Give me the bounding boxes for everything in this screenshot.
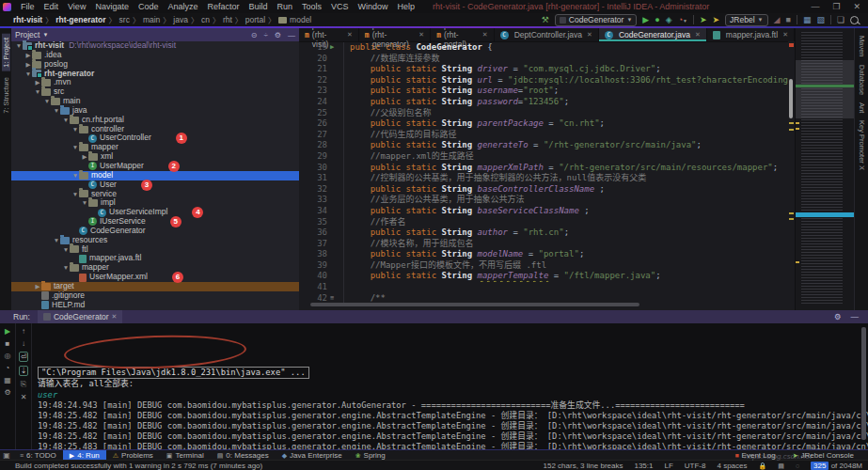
expanded-arrow-icon[interactable]: ▼ (62, 263, 70, 273)
screen-reader-icon[interactable]: ▤ (778, 462, 784, 470)
hide-panel-icon[interactable]: — (288, 31, 295, 39)
stop-button[interactable]: ■ (6, 339, 10, 348)
menu-navigate[interactable]: Navigate (90, 2, 134, 11)
tree-item-UserServiceImpl[interactable]: CUserServiceImpl4 (11, 208, 299, 217)
line-number[interactable]: 34 (299, 206, 330, 217)
line-number[interactable]: 30 (299, 163, 330, 174)
search-everywhere-icon[interactable] (850, 16, 859, 24)
line-number[interactable]: 29 (299, 151, 330, 163)
code-line-22[interactable]: 22 public static String url = "jdbc:mysq… (299, 75, 795, 86)
tree-item-mapper[interactable]: ▼mapper (11, 263, 299, 273)
close-icon[interactable]: ✕ (695, 31, 701, 39)
code-line-33[interactable]: 33 //业务层的公共基类，用于抽象公共方法 (299, 195, 795, 206)
code-line-32[interactable]: 32 public static String baseControllerCl… (299, 184, 795, 196)
tool-stripe-key-promoter[interactable]: Key Promoter X (858, 120, 866, 170)
tree-item-cn.rht.portal[interactable]: ▼cn.rht.portal (11, 116, 299, 125)
line-number[interactable]: 31 (299, 173, 330, 184)
expanded-arrow-icon[interactable]: ▼ (71, 171, 79, 180)
breadcrumb-item-java[interactable]: java (173, 15, 188, 24)
expanded-arrow-icon[interactable]: ▼ (81, 198, 88, 208)
line-number[interactable]: 36 (299, 227, 330, 239)
editor-tab-pom.xml (rht-portal)[interactable]: mpom.xml (rht-portal)✕ (431, 28, 495, 41)
code-line-24[interactable]: 24 public static String password="123456… (299, 97, 795, 108)
code-line-20[interactable]: 20 //数据库连接参数 (299, 54, 795, 65)
project-structure-icon[interactable]: ▦ (803, 14, 812, 25)
project-panel-header[interactable]: Project ▼ ⊝ ÷ ⚙ — (11, 28, 299, 41)
editor-vertical-scrollbar[interactable] (789, 79, 793, 118)
tool-window-quick-access-icon[interactable]: ▣ (0, 451, 13, 460)
expanded-arrow-icon[interactable]: ▼ (24, 70, 32, 79)
line-number[interactable]: 38 (299, 249, 330, 260)
code-line-37[interactable]: 37 //模块名称，用于组成包名 (299, 239, 795, 250)
collapse-all-icon[interactable]: ⊝ (251, 31, 258, 39)
run-config-select[interactable]: CodeGenerator ▼ (555, 14, 638, 26)
profiler-icon[interactable]: ◔ (6, 364, 10, 372)
line-number[interactable]: 41 (299, 282, 330, 293)
expanded-arrow-icon[interactable]: ▼ (71, 143, 79, 152)
code-line-27[interactable]: 27 //代码生成的目标路径 (299, 130, 795, 141)
menu-help[interactable]: Help (393, 2, 420, 11)
line-number[interactable]: 37 (299, 239, 330, 250)
menu-vcs[interactable]: VCS (326, 2, 354, 11)
menu-build[interactable]: Build (244, 2, 272, 11)
close-icon[interactable]: ✕ (587, 31, 592, 39)
tree-item-HELP.md[interactable]: HELP.md (11, 301, 299, 310)
run-button[interactable]: ▶ (642, 14, 649, 25)
tree-item-controller[interactable]: ▼controller (11, 125, 299, 134)
menu-view[interactable]: View (63, 2, 90, 11)
menu-run[interactable]: Run (273, 2, 298, 11)
tree-item-service[interactable]: ▼service (11, 190, 299, 199)
collapsed-arrow-icon[interactable]: ▶ (24, 51, 32, 60)
editor-tab-pom.xml (rht-generator)[interactable]: mpom.xml (rht-generator)✕ (359, 28, 431, 41)
code-line-34[interactable]: 34 public static String baseServiceClass… (299, 206, 795, 217)
line-number[interactable]: 35 (299, 217, 330, 228)
split-icon[interactable]: ÷ (263, 31, 267, 39)
tree-item-ftl[interactable]: ▼ftl (11, 245, 299, 255)
close-icon[interactable]: ✕ (418, 31, 424, 39)
breadcrumb-item-rht-generator[interactable]: rht-generator (55, 15, 105, 24)
code-minimap[interactable] (795, 28, 855, 310)
tool-stripe-structure[interactable]: 7: Structure (2, 77, 10, 114)
gear-icon[interactable]: ⚙ (275, 31, 281, 39)
dump-threads-icon[interactable]: ◎ (5, 352, 11, 360)
line-number[interactable]: 28 (299, 140, 330, 151)
tree-item-mapper[interactable]: ▼mapper (11, 143, 299, 152)
line-number[interactable]: 21 (299, 64, 330, 75)
tree-item-User[interactable]: CUser3 (11, 180, 299, 190)
expanded-arrow-icon[interactable]: ▼ (34, 87, 41, 97)
collapsed-arrow-icon[interactable]: ▶ (81, 152, 88, 162)
line-number[interactable]: 23 (299, 86, 330, 97)
breadcrumb-item-portal[interactable]: portal (245, 15, 265, 24)
collapsed-arrow-icon[interactable]: ▶ (34, 282, 41, 291)
line-number[interactable]: 26 (299, 118, 330, 130)
expanded-arrow-icon[interactable]: ▼ (53, 236, 60, 245)
tool-stripe-ant[interactable]: Ant (858, 102, 866, 113)
indent-setting[interactable]: 4 spaces (717, 462, 747, 470)
editor-tab-pom.xml (rht-visit)[interactable]: mpom.xml (rht-visit)✕ (299, 28, 359, 41)
breadcrumb-item-rht[interactable]: rht (223, 15, 232, 24)
minimize-button[interactable]: — (811, 2, 819, 11)
expanded-arrow-icon[interactable]: ▼ (62, 116, 70, 125)
code-line-31[interactable]: 31 //控制器的公共基类，用于抽象控制器的公共方法，null值表示没有父类 (299, 173, 795, 184)
run-console-output[interactable]: "C:\Program Files\Java\jdk1.8.0_231\bin\… (32, 323, 868, 449)
line-number[interactable]: 20 (299, 54, 330, 65)
code-line-23[interactable]: 23 public static String username="root"; (299, 86, 795, 97)
expanded-arrow-icon[interactable]: ▼ (43, 97, 51, 106)
collapsed-arrow-icon[interactable]: ▶ (34, 78, 41, 87)
close-icon[interactable]: ✕ (482, 31, 488, 39)
stop-button[interactable]: ■ (785, 14, 790, 25)
search-people-icon[interactable]: ▧ (816, 14, 825, 25)
code-line-19[interactable]: 19▶public class CodeGenerator { (299, 42, 795, 54)
print-icon[interactable]: ⎘ (21, 380, 26, 389)
maximize-button[interactable]: ❐ (832, 2, 840, 11)
line-number[interactable]: 27 (299, 130, 330, 141)
close-icon[interactable]: ✕ (347, 31, 353, 39)
notifications-icon[interactable]: ◌ (796, 462, 799, 469)
breadcrumb-item-cn[interactable]: cn (201, 15, 210, 24)
expanded-arrow-icon[interactable]: ▼ (53, 106, 60, 116)
tool-stripe-project[interactable]: 1: Project (2, 34, 10, 71)
code-line-36[interactable]: 36 public static String author = "rht.cn… (299, 227, 795, 239)
tool-stripe-database[interactable]: Database (858, 65, 866, 95)
build-status-message[interactable]: Build completed successfully with 1 warn… (0, 462, 262, 470)
menu-window[interactable]: Window (354, 2, 393, 11)
